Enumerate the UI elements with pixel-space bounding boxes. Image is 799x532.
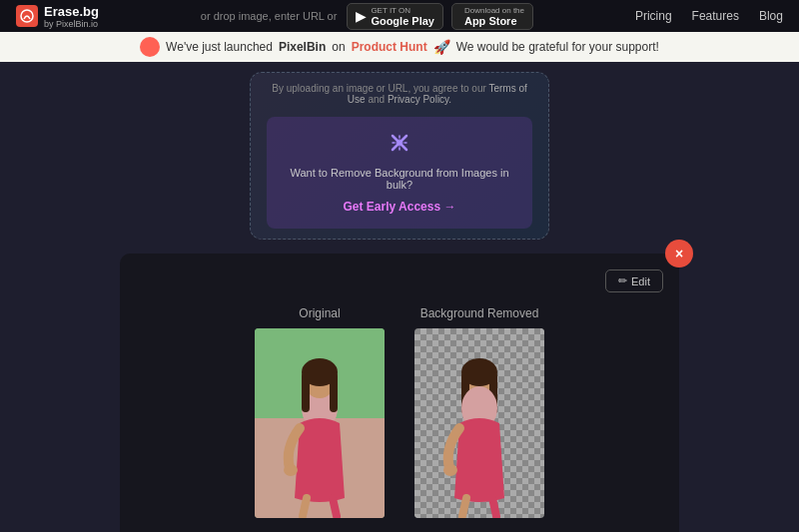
ph-text-after: We would be grateful for your support! [456, 40, 659, 54]
ph-preposition: on [332, 40, 345, 54]
logo-text: Erase.bg by PixelBin.io [44, 4, 99, 29]
topbar-right: Pricing Features Blog [635, 9, 783, 23]
ph-avatar [140, 37, 160, 57]
removed-photo [414, 328, 544, 518]
logo-sub: by PixelBin.io [44, 19, 99, 29]
svg-rect-11 [330, 372, 338, 412]
svg-rect-10 [302, 372, 310, 412]
original-label: Original [299, 306, 340, 320]
app-store-sub: Download on the [464, 6, 524, 15]
upload-card: By uploading an image or URL, you agree … [250, 72, 549, 240]
results-header: ✏ Edit [136, 269, 663, 292]
original-photo [255, 328, 385, 518]
bulk-icon [281, 131, 518, 161]
ph-rocket: 🚀 [433, 39, 450, 55]
results-container: × ✏ Edit Original [120, 254, 679, 532]
logo-icon [16, 5, 38, 27]
ph-banner: We've just launched PixelBin on Product … [0, 32, 799, 62]
close-button[interactable]: × [665, 240, 693, 267]
terms-text: By uploading an image or URL, you agree … [267, 83, 532, 105]
logo-name: Erase.bg [44, 4, 99, 19]
google-play-icon: ▶ [356, 8, 367, 24]
topbar-left: Erase.bg by PixelBin.io [16, 4, 99, 29]
image-columns: Original [136, 306, 663, 518]
nav-blog[interactable]: Blog [759, 9, 783, 23]
ph-text-before: We've just launched [166, 40, 273, 54]
person-overlay [414, 328, 544, 518]
svg-point-12 [284, 464, 298, 476]
google-play-badge[interactable]: ▶ GET IT ON Google Play [347, 3, 443, 30]
nav-features[interactable]: Features [692, 9, 739, 23]
bulk-cta[interactable]: Get Early Access → [344, 200, 456, 214]
original-col: Original [255, 306, 385, 518]
google-play-name: Google Play [371, 15, 434, 27]
ph-link[interactable]: Product Hunt [352, 40, 427, 54]
topbar: Erase.bg by PixelBin.io or drop image, e… [0, 0, 799, 32]
edit-icon: ✏ [618, 274, 627, 287]
removed-col: Background Removed [414, 306, 544, 518]
ph-brand: PixelBin [279, 40, 326, 54]
main-area: By uploading an image or URL, you agree … [0, 62, 799, 532]
removed-label: Background Removed [420, 306, 539, 320]
app-store-badge[interactable]: Download on the App Store [451, 3, 533, 30]
app-store-name: App Store [464, 15, 524, 27]
bulk-text: Want to Remove Background from Images in… [281, 167, 518, 191]
edit-button[interactable]: ✏ Edit [605, 269, 663, 292]
topbar-center: or drop image, enter URL or ▶ GET IT ON … [201, 3, 533, 30]
logo-area[interactable]: Erase.bg by PixelBin.io [16, 4, 99, 29]
privacy-link[interactable]: Privacy Policy. [388, 94, 451, 105]
nav-pricing[interactable]: Pricing [635, 9, 672, 23]
google-play-sub: GET IT ON [371, 6, 434, 15]
edit-label: Edit [631, 275, 650, 287]
separator-text: or drop image, enter URL or [201, 10, 338, 22]
svg-point-18 [443, 464, 457, 476]
bulk-section: Want to Remove Background from Images in… [267, 117, 532, 229]
